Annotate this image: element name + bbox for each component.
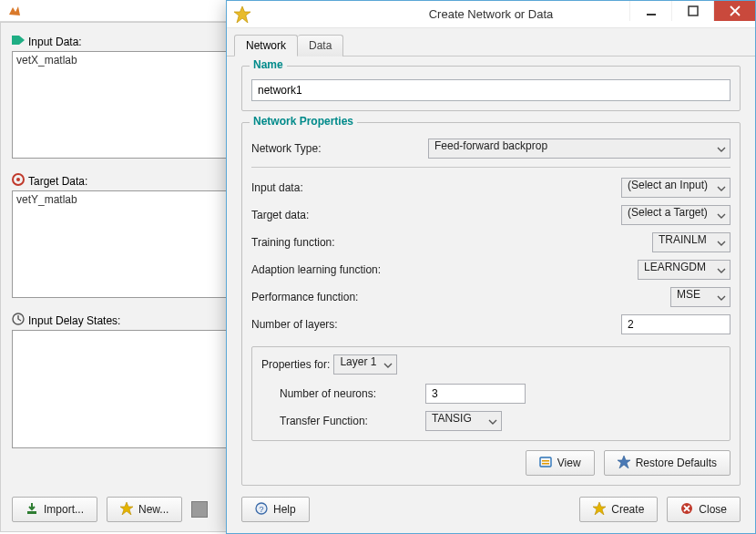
training-fn-label: Training function: [251,236,335,249]
create-button[interactable]: Create [579,497,658,522]
input-delay-panel: Input Delay States: [12,313,248,448]
tab-data-label: Data [309,39,332,52]
import-icon [26,502,38,518]
chevron-down-icon [717,144,726,153]
target-data-select-value: (Select a Target) [628,206,708,219]
svg-rect-0 [12,36,19,45]
transfer-fn-select[interactable]: TANSIG [425,411,502,431]
help-button-label: Help [273,503,296,516]
perf-fn-select[interactable]: MSE [670,287,730,307]
target-data-panel: Target Data: vetY_matlab [12,173,248,298]
adapt-fn-label: Adaption learning function: [251,263,381,276]
input-data-listbox[interactable]: vetX_matlab [12,51,248,159]
help-icon: ? [255,502,268,518]
star-icon [618,456,630,471]
matlab-icon [7,4,22,18]
tab-network[interactable]: Network [234,35,298,56]
tab-data[interactable]: Data [298,35,343,56]
target-data-select[interactable]: (Select a Target) [621,205,730,225]
perf-fn-value: MSE [677,288,700,301]
input-data-select[interactable]: (Select an Input) [621,178,730,198]
nntool-main-window: Input Data: vetX_matlab Target Data: vet… [0,22,260,532]
num-layers-label: Number of layers: [251,318,338,331]
name-legend: Name [250,58,287,71]
layer-properties-fieldset: Properties for: Layer 1 Number of neuron… [251,346,730,441]
name-fieldset: Name [241,66,741,111]
chevron-down-icon [488,416,497,426]
num-neurons-input[interactable] [425,384,526,404]
training-fn-value: TRAINLM [659,233,707,246]
transfer-fn-label: Transfer Function: [280,415,425,427]
clock-icon [12,313,25,328]
svg-rect-4 [27,511,36,514]
target-data-icon [12,173,25,189]
dialog-titlebar[interactable]: Create Network or Data [227,1,755,28]
restore-defaults-label: Restore Defaults [636,457,717,469]
chevron-down-icon [717,183,726,192]
maximize-button[interactable] [671,1,713,21]
network-name-input[interactable] [251,79,730,101]
svg-rect-5 [647,14,656,15]
input-data-select-value: (Select an Input) [628,179,708,191]
minimize-button[interactable] [629,1,671,21]
input-data-panel: Input Data: vetX_matlab [12,34,248,159]
transfer-fn-value: TANSIG [432,412,472,425]
network-type-value: Feed-forward backprop [434,139,547,152]
chevron-down-icon [383,360,393,369]
svg-point-2 [16,178,20,181]
input-data-select-label: Input data: [251,181,303,194]
num-layers-input[interactable] [621,314,730,334]
props-for-label: Properties for: [261,358,330,371]
adapt-fn-value: LEARNGDM [644,261,706,273]
close-window-button[interactable] [713,1,755,21]
target-data-label: Target Data: [28,175,87,188]
view-icon [539,456,552,471]
new-button[interactable]: New... [107,497,182,522]
view-button[interactable]: View [526,450,595,476]
network-properties-fieldset: Network Properties Network Type: Feed-fo… [241,122,741,486]
import-button[interactable]: Import... [12,497,97,522]
target-data-listbox[interactable]: vetY_matlab [12,190,248,298]
input-data-label: Input Data: [28,36,82,48]
svg-text:?: ? [259,504,263,513]
svg-rect-8 [542,460,549,462]
network-properties-legend: Network Properties [250,115,357,128]
list-item[interactable]: vetX_matlab [16,54,243,67]
adapt-fn-select[interactable]: LEARNGDM [638,260,730,280]
view-button-label: View [557,457,581,469]
close-button[interactable]: Close [667,497,741,522]
perf-fn-label: Performance function: [251,291,358,303]
divider [251,167,730,168]
create-button-label: Create [611,503,644,516]
help-button[interactable]: ? Help [241,497,310,522]
chevron-down-icon [717,293,726,302]
input-delay-label: Input Delay States: [28,314,120,327]
disabled-square-icon [191,501,208,518]
close-icon [680,502,693,518]
new-button-label: New... [138,503,169,516]
input-data-icon [12,34,25,49]
target-data-select-label: Target data: [251,209,309,221]
create-network-dialog: Create Network or Data Network Data Name [226,0,756,534]
network-type-label: Network Type: [251,142,321,155]
restore-defaults-button[interactable]: Restore Defaults [604,450,730,476]
svg-rect-6 [689,6,698,15]
star-icon [120,502,133,518]
chevron-down-icon [717,265,726,274]
chevron-down-icon [717,238,726,247]
close-button-label: Close [699,503,727,516]
num-neurons-label: Number of neurons: [280,387,425,400]
list-item[interactable]: vetY_matlab [16,193,243,206]
props-for-value: Layer 1 [340,355,376,368]
dialog-tabs: Network Data [227,28,755,56]
import-button-label: Import... [44,503,84,516]
training-fn-select[interactable]: TRAINLM [652,232,730,252]
props-for-select[interactable]: Layer 1 [333,354,397,375]
tab-network-label: Network [246,39,286,52]
svg-rect-7 [540,457,551,467]
star-icon [593,502,606,518]
svg-rect-9 [542,463,549,465]
input-delay-listbox[interactable] [12,330,248,448]
network-type-select[interactable]: Feed-forward backprop [428,139,730,159]
chevron-down-icon [717,211,726,220]
